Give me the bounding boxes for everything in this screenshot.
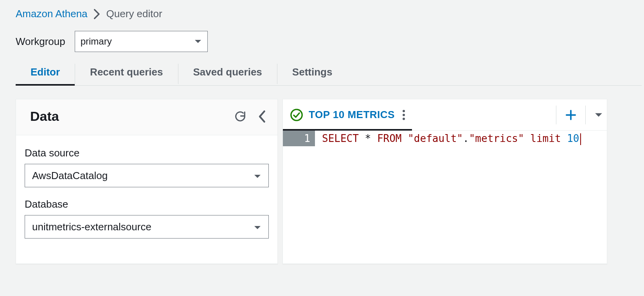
editor-panel: TOP 10 METRICS 1	[282, 99, 607, 264]
chevron-right-icon	[94, 9, 100, 19]
sql-string: "default"	[408, 133, 463, 144]
sql-string: "metrics"	[469, 133, 524, 144]
tab-label: Editor	[31, 66, 60, 78]
data-source-label: Data source	[25, 147, 269, 159]
data-source-value: AwsDataCatalog	[32, 170, 108, 182]
tab-label: Recent queries	[90, 66, 163, 78]
svg-point-0	[291, 109, 302, 120]
tab-label: Settings	[292, 66, 333, 78]
data-source-select[interactable]: AwsDataCatalog	[25, 164, 269, 187]
query-tab-label: TOP 10 METRICS	[309, 109, 395, 121]
tab-overflow-icon[interactable]	[594, 112, 603, 118]
workgroup-value: primary	[81, 36, 112, 47]
tab-label: Saved queries	[193, 66, 262, 78]
editor-tabbar: TOP 10 METRICS	[283, 99, 607, 131]
data-panel-header: Data	[16, 99, 277, 135]
success-check-icon	[290, 108, 303, 122]
caret-down-icon	[254, 221, 261, 233]
query-tab[interactable]: TOP 10 METRICS	[290, 99, 409, 130]
tab-recent-queries[interactable]: Recent queries	[75, 64, 178, 85]
tab-settings[interactable]: Settings	[277, 64, 347, 85]
workgroup-row: Workgroup primary	[16, 31, 644, 52]
svg-point-3	[403, 118, 405, 120]
database-label: Database	[25, 198, 269, 210]
collapse-panel-icon[interactable]	[258, 110, 266, 123]
database-select[interactable]: unitmetrics-externalsource	[25, 215, 269, 239]
tab-saved-queries[interactable]: Saved queries	[178, 64, 277, 85]
code-editor[interactable]: 1 SELECT * FROM "default"."metrics" limi…	[283, 131, 607, 264]
caret-down-icon	[194, 39, 202, 44]
breadcrumb-root-link[interactable]: Amazon Athena	[16, 8, 88, 20]
refresh-icon[interactable]	[234, 110, 247, 123]
svg-point-2	[403, 114, 405, 116]
separator	[556, 106, 556, 124]
sql-punct: .	[463, 133, 469, 144]
sql-star: *	[365, 133, 371, 144]
sql-keyword: FROM	[377, 133, 402, 144]
breadcrumb: Amazon Athena Query editor	[16, 8, 644, 20]
add-tab-icon[interactable]	[565, 109, 577, 121]
sql-keyword: limit	[530, 133, 561, 144]
data-panel-title: Data	[30, 109, 59, 124]
workgroup-label: Workgroup	[16, 36, 65, 48]
text-cursor	[580, 133, 581, 145]
line-number: 1	[283, 131, 315, 146]
data-panel: Data Data source AwsDataCatalog	[16, 99, 278, 264]
code-line[interactable]: SELECT * FROM "default"."metrics" limit …	[315, 131, 581, 264]
tab-editor[interactable]: Editor	[16, 64, 75, 85]
caret-down-icon	[254, 170, 261, 182]
sql-number: 10	[567, 133, 579, 144]
breadcrumb-current: Query editor	[106, 8, 162, 20]
database-value: unitmetrics-externalsource	[32, 221, 151, 233]
workgroup-select[interactable]: primary	[75, 31, 208, 52]
separator	[585, 106, 586, 124]
tab-menu-icon[interactable]	[402, 109, 406, 121]
sql-keyword: SELECT	[322, 133, 359, 144]
svg-point-1	[403, 110, 405, 112]
main-tabs: Editor Recent queries Saved queries Sett…	[16, 64, 642, 86]
